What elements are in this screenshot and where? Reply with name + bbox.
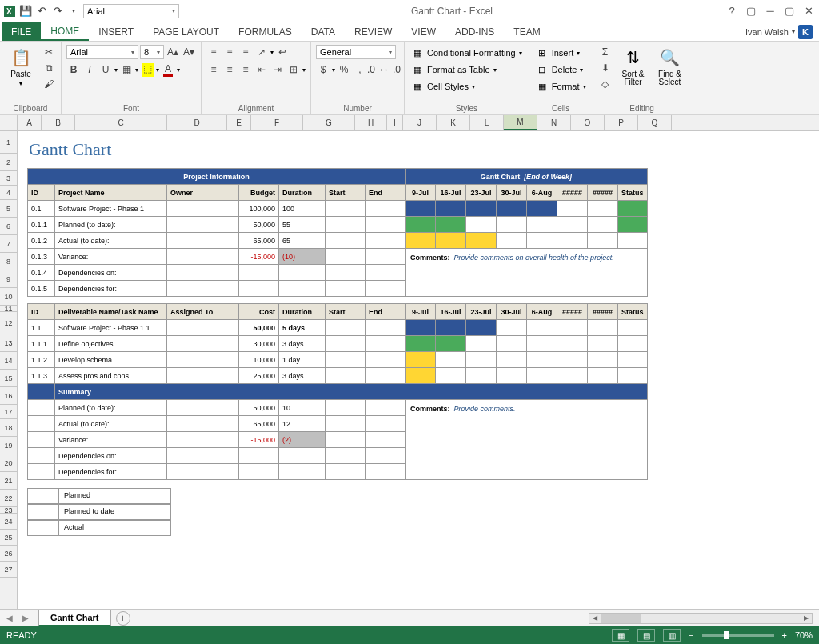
cell-name[interactable]: Develop schema (55, 352, 167, 368)
cell-start[interactable] (326, 320, 366, 336)
col-name[interactable]: Project Name (55, 185, 167, 201)
row-header-9[interactable]: 9 (0, 270, 17, 288)
gantt-cell[interactable] (527, 320, 557, 336)
cell-name[interactable]: Software Project - Phase 1.1 (55, 320, 167, 336)
row-header-25[interactable]: 25 (0, 530, 17, 546)
cell-duration[interactable]: 12 (279, 416, 326, 432)
tab-nav-prev-icon[interactable]: ◀ (6, 614, 18, 622)
row-header-1[interactable]: 1 (0, 131, 17, 154)
gantt-cell[interactable] (497, 368, 527, 384)
cell-id[interactable]: 0.1.2 (28, 233, 55, 249)
cell-duration[interactable] (279, 281, 326, 297)
col-week[interactable]: ##### (557, 185, 588, 201)
cell-end[interactable] (366, 416, 406, 432)
cell-duration[interactable]: 3 days (279, 368, 326, 384)
col-header-P[interactable]: P (605, 115, 638, 130)
row-header-21[interactable]: 21 (0, 472, 17, 490)
cell-start[interactable] (326, 281, 366, 297)
col-header-M[interactable]: M (504, 115, 537, 130)
gantt-cell[interactable] (557, 233, 588, 249)
gantt-cell[interactable] (406, 336, 436, 352)
col-owner[interactable]: Assigned To (167, 304, 239, 320)
col-week[interactable]: 23-Jul (466, 185, 497, 201)
gantt-cell[interactable] (557, 336, 588, 352)
gantt-cell[interactable] (466, 217, 497, 233)
col-header-I[interactable]: I (387, 115, 403, 130)
fill-icon[interactable]: ⬇ (598, 61, 613, 75)
status-cell[interactable] (618, 217, 648, 233)
cell-end[interactable] (366, 400, 406, 416)
row-header-14[interactable]: 14 (0, 352, 17, 370)
gantt-cell[interactable] (406, 320, 436, 336)
tab-page-layout[interactable]: PAGE LAYOUT (143, 22, 229, 41)
col-status[interactable]: Status (618, 304, 648, 320)
cell-name[interactable]: Dependencies for: (55, 464, 167, 480)
col-header-J[interactable]: J (403, 115, 437, 130)
tab-insert[interactable]: INSERT (89, 22, 143, 41)
gantt-cell[interactable] (466, 320, 497, 336)
normal-view-icon[interactable]: ▦ (612, 629, 629, 642)
cell-end[interactable] (366, 448, 406, 464)
status-cell[interactable] (618, 233, 648, 249)
cell-owner[interactable] (167, 217, 239, 233)
cell-start[interactable] (326, 249, 366, 265)
col-header-B[interactable]: B (42, 115, 75, 130)
gantt-cell[interactable] (406, 368, 436, 384)
col-duration[interactable]: Duration (279, 304, 326, 320)
scroll-thumb[interactable] (601, 614, 641, 623)
align-right-icon[interactable]: ≡ (238, 62, 253, 77)
row-header-23[interactable]: 23 (0, 507, 17, 514)
cell-duration[interactable]: (2) (279, 432, 326, 448)
worksheet[interactable]: Gantt ChartProject InformationGantt Char… (18, 131, 819, 609)
percent-icon[interactable]: % (337, 62, 351, 77)
col-header-C[interactable]: C (75, 115, 167, 130)
gantt-cell[interactable] (436, 352, 466, 368)
cell-styles-button[interactable]: ▦Cell Styles▾ (410, 78, 477, 94)
cell-owner[interactable] (167, 368, 239, 384)
format-cells-button[interactable]: ▦Format▾ (534, 78, 588, 94)
find-select-button[interactable]: 🔍 Find & Select (654, 45, 686, 88)
increase-decimal-icon[interactable]: .0→ (369, 62, 383, 77)
minimize-icon[interactable]: ─ (763, 5, 777, 18)
cell-name[interactable]: Variance: (55, 249, 167, 265)
decrease-indent-icon[interactable]: ⇤ (254, 62, 269, 77)
cell-owner[interactable] (167, 281, 239, 297)
font-size-selector[interactable]: 8▾ (140, 45, 164, 59)
gantt-cell[interactable] (406, 217, 436, 233)
merge-icon[interactable]: ⊞ (286, 62, 301, 77)
gantt-cell[interactable] (466, 352, 497, 368)
row-header-6[interactable]: 6 (0, 218, 17, 235)
gantt-cell[interactable] (588, 320, 618, 336)
tab-addins[interactable]: ADD-INS (445, 22, 504, 41)
row-header-12[interactable]: 12 (0, 312, 17, 334)
cell-id[interactable] (28, 400, 55, 416)
cell-budget[interactable]: 65,000 (239, 233, 279, 249)
cell-start[interactable] (326, 336, 366, 352)
tab-file[interactable]: FILE (2, 22, 41, 41)
paste-button[interactable]: 📋 Paste ▾ (5, 45, 37, 89)
gantt-cell[interactable] (497, 336, 527, 352)
ribbon-options-icon[interactable]: ▢ (744, 5, 758, 18)
gantt-cell[interactable] (466, 201, 497, 217)
row-header-20[interactable]: 20 (0, 454, 17, 472)
row-header-18[interactable]: 18 (0, 419, 17, 437)
cell-id[interactable]: 1.1.2 (28, 352, 55, 368)
cell-budget[interactable]: 10,000 (239, 352, 279, 368)
col-week[interactable]: ##### (588, 185, 618, 201)
row-header-2[interactable]: 2 (0, 154, 17, 171)
qat-font-selector[interactable]: Arial▾ (83, 4, 179, 18)
gantt-cell[interactable] (436, 320, 466, 336)
col-header-L[interactable]: L (470, 115, 504, 130)
col-week[interactable]: 23-Jul (466, 304, 497, 320)
cell-owner[interactable] (167, 201, 239, 217)
cell-budget[interactable] (239, 281, 279, 297)
cut-icon[interactable]: ✂ (42, 45, 56, 59)
cell-id[interactable] (28, 448, 55, 464)
cell-budget[interactable] (239, 265, 279, 281)
gantt-cell[interactable] (466, 233, 497, 249)
gantt-cell[interactable] (557, 217, 588, 233)
col-header-F[interactable]: F (251, 115, 303, 130)
accounting-icon[interactable]: $ (316, 62, 330, 77)
cell-start[interactable] (326, 400, 366, 416)
col-id[interactable]: ID (28, 185, 55, 201)
